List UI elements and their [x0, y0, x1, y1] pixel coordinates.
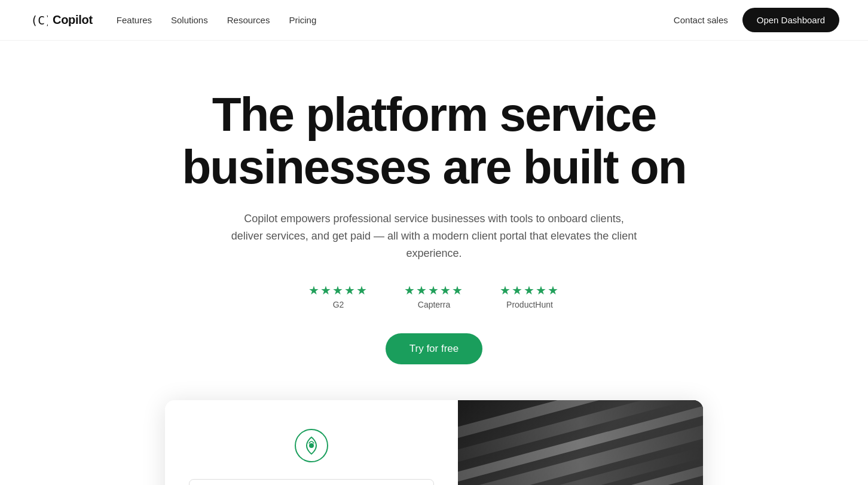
open-dashboard-button[interactable]: Open Dashboard [742, 8, 839, 32]
capterra-label: Capterra [418, 300, 450, 309]
nav-item-features[interactable]: Features [117, 15, 152, 26]
producthunt-stars: ★★★★★ [500, 283, 560, 297]
contact-sales-link[interactable]: Contact sales [674, 15, 728, 25]
nav-item-resources[interactable]: Resources [227, 15, 270, 26]
capterra-stars: ★★★★★ [404, 283, 464, 297]
nav-link-solutions[interactable]: Solutions [171, 15, 208, 25]
g2-stars: ★★★★★ [308, 283, 368, 297]
signup-image-panel [458, 400, 703, 485]
logo-icon: (C) [29, 11, 48, 30]
nav-link-features[interactable]: Features [117, 15, 152, 25]
hero-section: The platform service businesses are buil… [75, 41, 793, 485]
signup-card: Continue with Google OR Email [165, 400, 703, 485]
hero-title: The platform service businesses are buil… [104, 88, 764, 194]
logo-text: Copilot [53, 13, 93, 27]
copilot-brand-icon [295, 429, 328, 462]
svg-text:(C): (C) [31, 14, 48, 27]
nav-left: (C) Copilot Features Solutions Resources… [29, 11, 316, 30]
nav-link-pricing[interactable]: Pricing [289, 15, 316, 25]
rating-producthunt: ★★★★★ ProductHunt [500, 283, 560, 309]
producthunt-label: ProductHunt [506, 300, 553, 309]
rating-capterra: ★★★★★ Capterra [404, 283, 464, 309]
nav-item-solutions[interactable]: Solutions [171, 15, 208, 26]
logo-link[interactable]: (C) Copilot [29, 11, 93, 30]
bottom-section: Continue with Google OR Email [104, 400, 764, 485]
nav-right: Contact sales Open Dashboard [674, 8, 839, 32]
g2-label: G2 [333, 300, 344, 309]
signup-form-panel: Continue with Google OR Email [165, 400, 458, 485]
pencils-image [458, 400, 703, 485]
main-nav: (C) Copilot Features Solutions Resources… [0, 0, 868, 41]
hero-subtitle: Copilot empowers professional service bu… [231, 210, 637, 262]
google-signin-button[interactable]: Continue with Google [189, 479, 434, 485]
nav-links: Features Solutions Resources Pricing [117, 15, 316, 26]
rating-g2: ★★★★★ G2 [308, 283, 368, 309]
nav-link-resources[interactable]: Resources [227, 15, 270, 25]
ratings-group: ★★★★★ G2 ★★★★★ Capterra ★★★★★ ProductHun… [104, 283, 764, 309]
nav-item-pricing[interactable]: Pricing [289, 15, 316, 26]
try-for-free-button[interactable]: Try for free [386, 333, 483, 364]
svg-point-3 [309, 443, 314, 448]
